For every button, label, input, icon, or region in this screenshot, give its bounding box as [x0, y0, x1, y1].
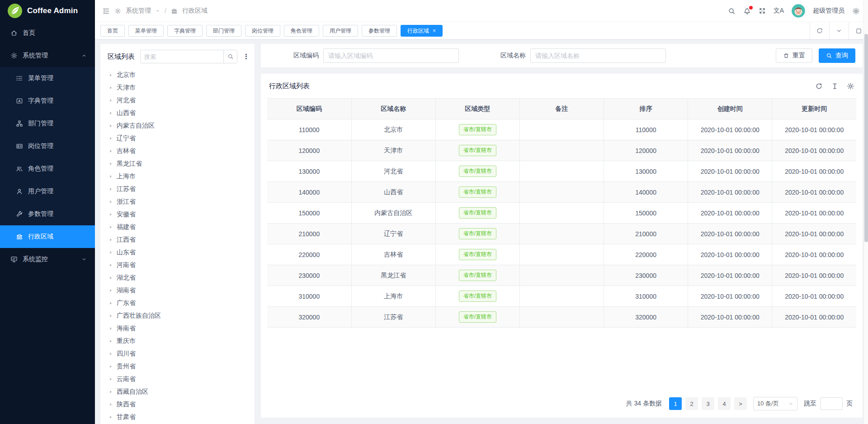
tree-item[interactable]: 湖北省 — [108, 272, 247, 284]
table-row[interactable]: 120000天津市省市/直辖市1200002020-10-01 00:00:00… — [267, 140, 856, 161]
caret-right-icon[interactable] — [108, 314, 113, 318]
caret-right-icon[interactable] — [108, 174, 113, 179]
caret-right-icon[interactable] — [108, 111, 113, 115]
tab-首页[interactable]: 首页 — [100, 25, 125, 37]
sidebar-item-bank[interactable]: 行政区域 — [0, 225, 95, 248]
tree-item[interactable]: 贵州省 — [108, 360, 247, 373]
tree-item[interactable]: 北京市 — [108, 69, 247, 81]
tree-item[interactable]: 重庆市 — [108, 335, 247, 348]
fullscreen-icon[interactable] — [759, 7, 766, 14]
avatar[interactable] — [792, 4, 805, 18]
tree-item[interactable]: 广东省 — [108, 297, 247, 310]
tab-部门管理[interactable]: 部门管理 — [206, 25, 241, 37]
chevron-down-icon[interactable] — [829, 22, 849, 39]
sidebar-item-menu-list[interactable]: 菜单管理 — [0, 67, 95, 90]
region-name-input[interactable] — [530, 48, 666, 63]
tree-item[interactable]: 河南省 — [108, 259, 247, 272]
caret-right-icon[interactable] — [108, 200, 113, 204]
tree-item[interactable]: 云南省 — [108, 373, 247, 386]
caret-right-icon[interactable] — [108, 415, 113, 419]
caret-right-icon[interactable] — [108, 276, 113, 280]
collapse-sidebar-icon[interactable] — [102, 7, 110, 15]
tree-item[interactable]: 西藏自治区 — [108, 386, 247, 398]
tab-菜单管理[interactable]: 菜单管理 — [128, 25, 164, 37]
tree-item[interactable]: 海南省 — [108, 322, 247, 335]
tree-item[interactable]: 上海市 — [108, 170, 247, 183]
caret-right-icon[interactable] — [108, 339, 113, 343]
caret-right-icon[interactable] — [108, 250, 113, 255]
page-button-4[interactable]: 4 — [718, 397, 731, 410]
tree-item[interactable]: 吉林省 — [108, 145, 247, 157]
caret-right-icon[interactable] — [108, 238, 113, 242]
sidebar-item-department[interactable]: 部门管理 — [0, 112, 95, 135]
page-button-2[interactable]: 2 — [685, 397, 698, 410]
tab-参数管理[interactable]: 参数管理 — [362, 25, 397, 37]
jump-page-input[interactable] — [820, 397, 843, 410]
tree-item[interactable]: 黑龙江省 — [108, 157, 247, 170]
current-user-name[interactable]: 超级管理员 — [813, 7, 844, 15]
tree-item[interactable]: 安徽省 — [108, 208, 247, 221]
table-row[interactable]: 140000山西省省市/直辖市1400002020-10-01 00:00:00… — [267, 182, 856, 203]
sidebar-item-monitor[interactable]: 系统监控 — [0, 248, 95, 271]
refresh-icon[interactable] — [815, 82, 823, 90]
page-size-select[interactable]: 10 条/页 — [753, 397, 797, 410]
caret-right-icon[interactable] — [108, 390, 113, 394]
tree-item[interactable]: 广西壮族自治区 — [108, 310, 247, 322]
table-row[interactable]: 110000北京市省市/直辖市1100002020-10-01 00:00:00… — [267, 119, 856, 140]
caret-right-icon[interactable] — [108, 288, 113, 293]
tree-item[interactable]: 江苏省 — [108, 183, 247, 195]
caret-right-icon[interactable] — [108, 73, 113, 77]
caret-right-icon[interactable] — [108, 187, 113, 191]
sidebar-item-wrench[interactable]: 参数管理 — [0, 203, 95, 225]
caret-right-icon[interactable] — [108, 402, 113, 407]
tab-用户管理[interactable]: 用户管理 — [323, 25, 358, 37]
caret-right-icon[interactable] — [108, 212, 113, 217]
tree-item[interactable]: 湖南省 — [108, 284, 247, 297]
table-row[interactable]: 320000江苏省省市/直辖市3200002020-10-01 00:00:00… — [267, 307, 856, 328]
sidebar-item-user[interactable]: 用户管理 — [0, 180, 95, 203]
caret-right-icon[interactable] — [108, 377, 113, 381]
sidebar-item-system[interactable]: 系统管理 — [0, 44, 95, 67]
caret-right-icon[interactable] — [108, 162, 113, 166]
breadcrumb-current[interactable]: 行政区域 — [182, 7, 208, 15]
text-height-icon[interactable] — [831, 82, 839, 90]
column-settings-gear-icon[interactable] — [847, 82, 854, 90]
notification-bell-icon[interactable] — [743, 7, 751, 15]
refresh-icon[interactable] — [810, 22, 829, 39]
caret-right-icon[interactable] — [108, 124, 113, 128]
page-scrollbar[interactable] — [863, 0, 868, 424]
search-icon[interactable] — [728, 7, 736, 15]
tree-item[interactable]: 辽宁省 — [108, 132, 247, 145]
tab-行政区域[interactable]: 行政区域× — [401, 25, 443, 37]
caret-right-icon[interactable] — [108, 98, 113, 103]
caret-right-icon[interactable] — [108, 364, 113, 369]
caret-right-icon[interactable] — [108, 136, 113, 141]
caret-right-icon[interactable] — [108, 326, 113, 331]
caret-right-icon[interactable] — [108, 225, 113, 229]
table-row[interactable]: 130000河北省省市/直辖市1300002020-10-01 00:00:00… — [267, 161, 856, 182]
region-code-input[interactable] — [323, 48, 459, 63]
caret-right-icon[interactable] — [108, 263, 113, 267]
tab-close-icon[interactable]: × — [433, 28, 436, 33]
next-page-button[interactable]: > — [734, 397, 747, 410]
table-row[interactable]: 220000吉林省省市/直辖市2200002020-10-01 00:00:00… — [267, 244, 856, 265]
sidebar-item-home[interactable]: 首页 — [0, 22, 95, 44]
caret-right-icon[interactable] — [108, 301, 113, 305]
sidebar-item-post-card[interactable]: 岗位管理 — [0, 135, 95, 157]
breadcrumb-parent[interactable]: 系统管理 — [126, 7, 151, 15]
tree-item[interactable]: 四川省 — [108, 348, 247, 360]
caret-right-icon[interactable] — [108, 352, 113, 356]
sidebar-item-roles[interactable]: 角色管理 — [0, 157, 95, 180]
kebab-menu-icon[interactable]: ⋮ — [243, 52, 247, 61]
tree-item[interactable]: 天津市 — [108, 81, 247, 94]
tab-角色管理[interactable]: 角色管理 — [284, 25, 319, 37]
settings-gear-icon[interactable] — [852, 7, 860, 15]
page-button-3[interactable]: 3 — [702, 397, 714, 410]
tree-item[interactable]: 浙江省 — [108, 195, 247, 208]
tree-search-icon[interactable] — [223, 50, 237, 63]
search-button[interactable]: 查询 — [819, 48, 855, 63]
tab-岗位管理[interactable]: 岗位管理 — [245, 25, 280, 37]
tree-item[interactable]: 江西省 — [108, 233, 247, 246]
tab-字典管理[interactable]: 字典管理 — [167, 25, 203, 37]
tree-item[interactable]: 山西省 — [108, 107, 247, 119]
